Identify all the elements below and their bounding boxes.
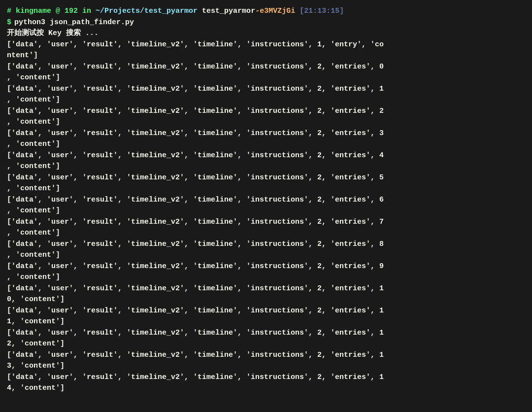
output-line: ['data', 'user', 'result', 'timeline_v2'… [7, 150, 525, 172]
output-line: ['data', 'user', 'result', 'timeline_v2'… [7, 128, 525, 150]
output-line: ['data', 'user', 'result', 'timeline_v2'… [7, 350, 525, 372]
command-text: python3 json_path_finder.py [14, 17, 134, 29]
output-line: ['data', 'user', 'result', 'timeline_v2'… [7, 84, 525, 106]
output-line: ['data', 'user', 'result', 'timeline_v2'… [7, 328, 525, 350]
hash-symbol: # [7, 6, 11, 17]
output-line: ['data', 'user', 'result', 'timeline_v2'… [7, 283, 525, 306]
output-line: ['data', 'user', 'result', 'timeline_v2'… [7, 372, 525, 394]
prompt-text: kingname @ 192 in ~/Projects/test_pyarmo… [11, 6, 344, 17]
output-line: ['data', 'user', 'result', 'timeline_v2'… [7, 62, 525, 84]
output-line: ['data', 'user', 'result', 'timeline_v2'… [7, 39, 525, 62]
status-line: 开始测试按 Key 搜索 ... [7, 28, 525, 39]
output-line: ['data', 'user', 'result', 'timeline_v2'… [7, 195, 525, 217]
output-line: ['data', 'user', 'result', 'timeline_v2'… [7, 261, 525, 283]
output-line: ['data', 'user', 'result', 'timeline_v2'… [7, 172, 525, 195]
command-line: $ python3 json_path_finder.py [7, 17, 525, 29]
status-text: 开始测试按 Key 搜索 ... [7, 28, 525, 39]
terminal: # kingname @ 192 in ~/Projects/test_pyar… [7, 6, 525, 412]
dollar-symbol: $ [7, 17, 11, 29]
prompt-line: # kingname @ 192 in ~/Projects/test_pyar… [7, 6, 525, 17]
output-line: ['data', 'user', 'result', 'timeline_v2'… [7, 106, 525, 128]
output-container: ['data', 'user', 'result', 'timeline_v2'… [7, 39, 525, 394]
output-line: ['data', 'user', 'result', 'timeline_v2'… [7, 217, 525, 239]
output-line: ['data', 'user', 'result', 'timeline_v2'… [7, 239, 525, 261]
output-line: ['data', 'user', 'result', 'timeline_v2'… [7, 306, 525, 328]
